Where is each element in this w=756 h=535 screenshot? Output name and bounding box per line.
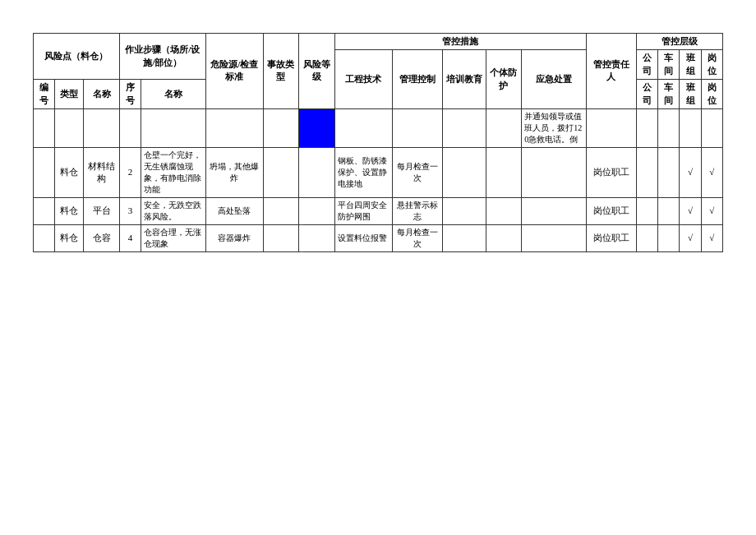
workshop-sub-header: 车间 (658, 80, 680, 109)
cell-training (443, 224, 486, 251)
cell-personal (486, 147, 522, 197)
cell-company (637, 108, 658, 147)
cell-post: √ (701, 197, 722, 224)
company-header: 公司 (637, 50, 658, 80)
cell-engineering: 设置料位报警 (335, 224, 393, 251)
cell-type: 料仓 (55, 224, 84, 251)
step-name-header: 名称 (141, 80, 206, 109)
cell-emergency (522, 197, 587, 224)
cell-training (443, 147, 486, 197)
cell-step: 仓壁一个完好，无生锈腐蚀现象，有静电消除功能 (141, 147, 206, 197)
personal-header: 个体防护 (486, 50, 522, 109)
cell-number (34, 197, 55, 224)
cell-personal (486, 108, 522, 147)
cell-training (443, 108, 486, 147)
control-person-header: 管控责任人 (586, 34, 636, 109)
cell-company (637, 147, 658, 197)
cell-risk-level: 低风险 (299, 147, 335, 197)
hazard-source-header: 危险源/检查标准 (205, 34, 263, 109)
work-step-header: 作业步骤（场所/设施/部位） (119, 34, 205, 80)
company-sub-header: 公司 (637, 80, 658, 109)
cell-post: √ (701, 224, 722, 251)
cell-name (84, 108, 120, 147)
table-row: 并通知领导或值班人员，拨打120急救电话。倒 (34, 108, 723, 147)
cell-post (701, 108, 722, 147)
cell-personal (486, 224, 522, 251)
control-level-header: 管控层级 (637, 34, 723, 50)
cell-seq: 4 (119, 224, 141, 251)
cell-training (443, 197, 486, 224)
cell-name: 材料结构 (84, 147, 120, 197)
cell-management: 每月检查一次 (392, 147, 442, 197)
cell-accident (263, 197, 299, 224)
cell-management (392, 108, 442, 147)
cell-company (637, 197, 658, 224)
cell-accident (263, 108, 299, 147)
cell-person: 岗位职工 (586, 147, 636, 197)
cell-step: 仓容合理，无涨仓现象 (141, 224, 206, 251)
risk-table: 风险点（料仓） 作业步骤（场所/设施/部位） 危险源/检查标准 事故类型 风险等… (33, 33, 723, 252)
cell-emergency (522, 147, 587, 197)
team-header: 班组 (680, 50, 701, 80)
cell-name: 平台 (84, 197, 120, 224)
cell-type: 料仓 (55, 197, 84, 224)
engineering-header: 工程技术 (335, 50, 393, 109)
cell-type (55, 108, 84, 147)
cell-team (680, 108, 701, 147)
post-sub-header: 岗位 (701, 80, 722, 109)
cell-engineering: 平台四周安全防护网围 (335, 197, 393, 224)
training-header: 培训教育 (443, 50, 486, 109)
cell-number (34, 147, 55, 197)
cell-seq: 3 (119, 197, 141, 224)
cell-number (34, 224, 55, 251)
cell-accident (263, 224, 299, 251)
cell-person: 岗位职工 (586, 197, 636, 224)
control-measures-header: 管控措施 (335, 34, 587, 50)
cell-personal (486, 197, 522, 224)
risk-point-header: 风险点（料仓） (34, 34, 120, 80)
cell-engineering (335, 108, 393, 147)
cell-team: √ (680, 224, 701, 251)
cell-seq (119, 108, 141, 147)
number-header: 编号 (34, 80, 55, 109)
cell-hazard: 高处坠落 (205, 197, 263, 224)
type-header: 类型 (55, 80, 84, 109)
table-row: 料仓 材料结构 2 仓壁一个完好，无生锈腐蚀现象，有静电消除功能 坍塌，其他爆炸… (34, 147, 723, 197)
cell-workshop (658, 108, 680, 147)
workshop-header: 车间 (658, 50, 680, 80)
cell-workshop (658, 147, 680, 197)
cell-risk-level: 低风险 (299, 197, 335, 224)
main-table-container: 风险点（料仓） 作业步骤（场所/设施/部位） 危险源/检查标准 事故类型 风险等… (33, 33, 723, 252)
team-sub-header: 班组 (680, 80, 701, 109)
cell-person: 岗位职工 (586, 224, 636, 251)
cell-risk-level: 低风险 (299, 224, 335, 251)
name-header: 名称 (84, 80, 120, 109)
risk-level-header: 风险等级 (299, 34, 335, 109)
cell-workshop (658, 224, 680, 251)
cell-engineering: 钢板、防锈漆保护、设置静电接地 (335, 147, 393, 197)
management-header: 管理控制 (392, 50, 442, 109)
cell-hazard (205, 108, 263, 147)
cell-seq: 2 (119, 147, 141, 197)
seq-header: 序号 (119, 80, 141, 109)
cell-company (637, 224, 658, 251)
accident-type-header: 事故类型 (263, 34, 299, 109)
cell-team: √ (680, 197, 701, 224)
cell-number (34, 108, 55, 147)
cell-accident (263, 147, 299, 197)
header-row-1: 风险点（料仓） 作业步骤（场所/设施/部位） 危险源/检查标准 事故类型 风险等… (34, 34, 723, 50)
cell-step: 安全，无跌空跌落风险。 (141, 197, 206, 224)
cell-emergency: 并通知领导或值班人员，拨打120急救电话。倒 (522, 108, 587, 147)
post-header: 岗位 (701, 50, 722, 80)
cell-step (141, 108, 206, 147)
cell-emergency (522, 224, 587, 251)
cell-team: √ (680, 147, 701, 197)
table-row: 料仓 平台 3 安全，无跌空跌落风险。 高处坠落 低风险 平台四周安全防护网围 … (34, 197, 723, 224)
cell-type: 料仓 (55, 147, 84, 197)
cell-workshop (658, 197, 680, 224)
cell-post: √ (701, 147, 722, 197)
cell-hazard: 容器爆炸 (205, 224, 263, 251)
cell-hazard: 坍塌，其他爆炸 (205, 147, 263, 197)
cell-management: 每月检查一次 (392, 224, 442, 251)
cell-risk-level (299, 108, 335, 147)
